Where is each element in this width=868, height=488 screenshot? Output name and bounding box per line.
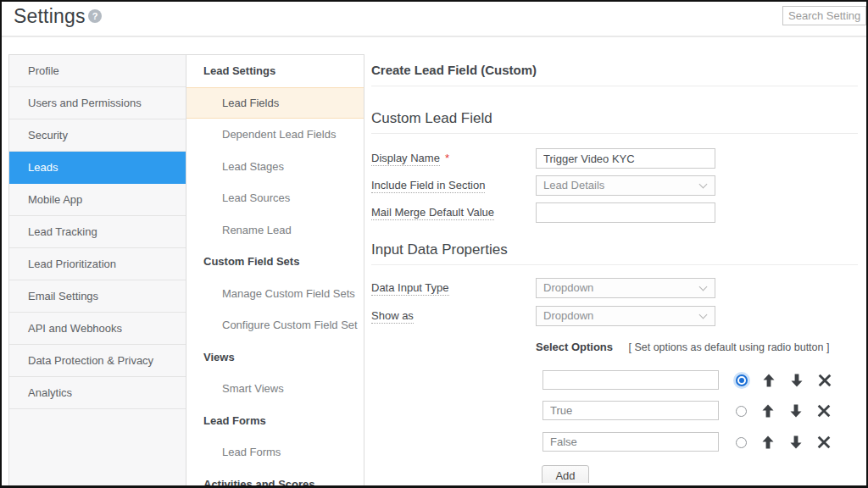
required-asterisk: * <box>445 152 449 164</box>
option-2-default-radio[interactable] <box>736 406 747 417</box>
include-field-in-section-label: Include Field in Section <box>371 179 485 191</box>
form-row-mail-merge-default-value: Mail Merge Default Value <box>371 202 858 223</box>
sidebar-item-profile[interactable]: Profile <box>9 55 186 87</box>
sidebar-item-mobile-app[interactable]: Mobile App <box>9 184 186 216</box>
data-input-type-label: Data Input Type <box>371 281 449 294</box>
submenu-item-lead-forms[interactable]: Lead Forms <box>186 436 364 469</box>
sidebar-item-security[interactable]: Security <box>9 119 186 152</box>
option-1-default-radio[interactable] <box>736 374 748 386</box>
section-heading-custom-lead-field: Custom Lead Field <box>371 110 858 134</box>
sidebar-item-data-protection-privacy[interactable]: Data Protection & Privacy <box>9 345 186 377</box>
sidebar-item-leads[interactable]: Leads <box>9 152 186 184</box>
form-row-display-name: Display Name* <box>371 148 858 169</box>
show-as-select[interactable]: Dropdown <box>536 306 715 326</box>
submenu-header-custom-field-sets: Custom Field Sets <box>186 246 364 278</box>
submenu-item-lead-fields[interactable]: Lead Fields <box>186 87 364 119</box>
chevron-down-icon <box>699 311 708 319</box>
search-input[interactable] <box>782 6 866 25</box>
sidebar-item-lead-tracking[interactable]: Lead Tracking <box>9 216 186 248</box>
mail-merge-default-value-input[interactable] <box>536 202 715 223</box>
display-name-input[interactable] <box>536 148 715 169</box>
option-1-input[interactable] <box>542 370 719 390</box>
chevron-down-icon <box>699 180 708 189</box>
submenu-item-rename-lead[interactable]: Rename Lead <box>186 214 364 247</box>
option-2-controls <box>736 401 831 421</box>
move-down-icon[interactable] <box>789 404 803 418</box>
page-title: Settings <box>14 5 86 28</box>
main-content: Create Lead Field (Custom) Custom Lead F… <box>371 54 858 483</box>
option-3-controls <box>736 432 831 452</box>
option-row-3 <box>371 432 858 452</box>
sidebar-item-lead-prioritization[interactable]: Lead Prioritization <box>9 248 186 280</box>
submenu-header-activities-and-scores: Activities and Scores <box>186 469 364 486</box>
form-row-show-as: Show as Dropdown <box>371 306 858 326</box>
submenu-item-configure-custom-field-set[interactable]: Configure Custom Field Set <box>186 309 364 341</box>
submenu-item-smart-views[interactable]: Smart Views <box>186 373 364 405</box>
move-up-icon[interactable] <box>762 374 776 387</box>
option-3-default-radio[interactable] <box>736 437 747 448</box>
include-field-in-section-select[interactable]: Lead Details <box>536 175 715 196</box>
move-down-icon[interactable] <box>789 435 803 449</box>
submenu-item-lead-sources[interactable]: Lead Sources <box>186 182 364 214</box>
content-title: Create Lead Field (Custom) <box>371 63 858 86</box>
select-options-hint: [ Set options as default using radio but… <box>628 341 829 353</box>
data-input-type-value: Dropdown <box>543 281 593 294</box>
data-input-type-select[interactable]: Dropdown <box>536 278 715 298</box>
sidebar-item-email-settings[interactable]: Email Settings <box>9 280 186 313</box>
delete-option-icon[interactable] <box>818 374 832 387</box>
delete-option-icon[interactable] <box>817 404 831 418</box>
submenu-item-dependent-lead-fields[interactable]: Dependent Lead Fields <box>186 119 364 151</box>
option-row-1 <box>371 370 858 391</box>
form-row-include-field-in-section: Include Field in Section Lead Details <box>371 175 858 196</box>
submenu-item-lead-stages[interactable]: Lead Stages <box>186 151 364 183</box>
move-up-icon[interactable] <box>761 435 775 449</box>
chevron-down-icon <box>699 283 708 291</box>
delete-option-icon[interactable] <box>817 435 831 449</box>
sidebar-item-api-and-webhooks[interactable]: API and Webhooks <box>9 313 186 345</box>
mail-merge-default-value-label: Mail Merge Default Value <box>371 206 494 219</box>
sidebar-item-analytics[interactable]: Analytics <box>9 377 186 409</box>
submenu-header-lead-settings: Lead Settings <box>186 55 364 87</box>
add-option-button[interactable]: Add <box>542 465 589 483</box>
include-field-in-section-value: Lead Details <box>543 179 604 191</box>
section-heading-input-data-properties: Input Data Properties <box>371 241 858 265</box>
settings-sidebar: Profile Users and Permissions Security L… <box>8 54 186 485</box>
option-2-input[interactable] <box>542 401 719 420</box>
submenu-item-manage-custom-field-sets[interactable]: Manage Custom Field Sets <box>186 278 364 310</box>
submenu-header-views: Views <box>186 341 364 374</box>
submenu-header-lead-forms: Lead Forms <box>186 405 364 437</box>
form-row-data-input-type: Data Input Type Dropdown <box>371 278 858 298</box>
move-down-icon[interactable] <box>790 374 804 387</box>
display-name-label: Display Name* <box>371 152 449 164</box>
help-icon[interactable]: ? <box>88 9 102 23</box>
leads-submenu: Lead Settings Lead Fields Dependent Lead… <box>186 54 364 485</box>
option-1-controls <box>736 370 832 391</box>
header-divider <box>2 36 866 37</box>
show-as-label: Show as <box>371 309 414 322</box>
settings-page: Settings ? Profile Users and Permissions… <box>0 0 868 488</box>
show-as-value: Dropdown <box>543 309 593 322</box>
select-options-label: Select Options <box>536 341 613 353</box>
select-options-caption: Select Options [ Set options as default … <box>536 339 829 354</box>
move-up-icon[interactable] <box>761 404 775 418</box>
option-row-2 <box>371 401 858 421</box>
option-3-input[interactable] <box>542 432 719 452</box>
sidebar-item-users-and-permissions[interactable]: Users and Permissions <box>9 87 186 119</box>
